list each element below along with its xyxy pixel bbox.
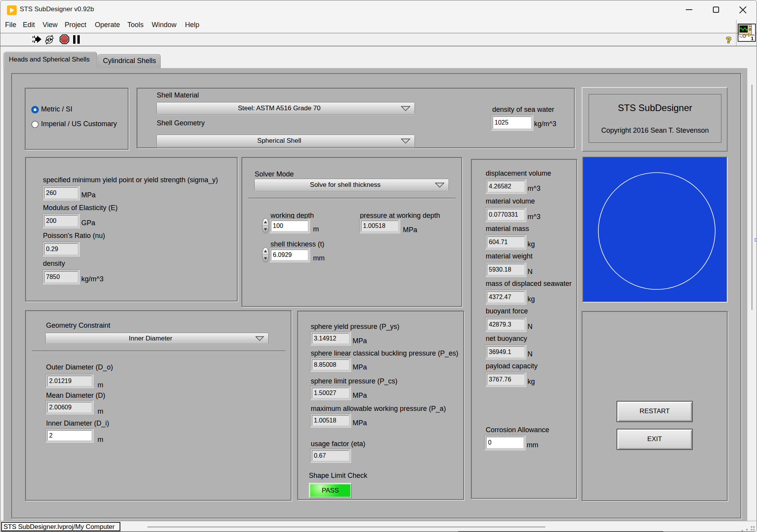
svg-text:1: 1 [751,36,754,41]
